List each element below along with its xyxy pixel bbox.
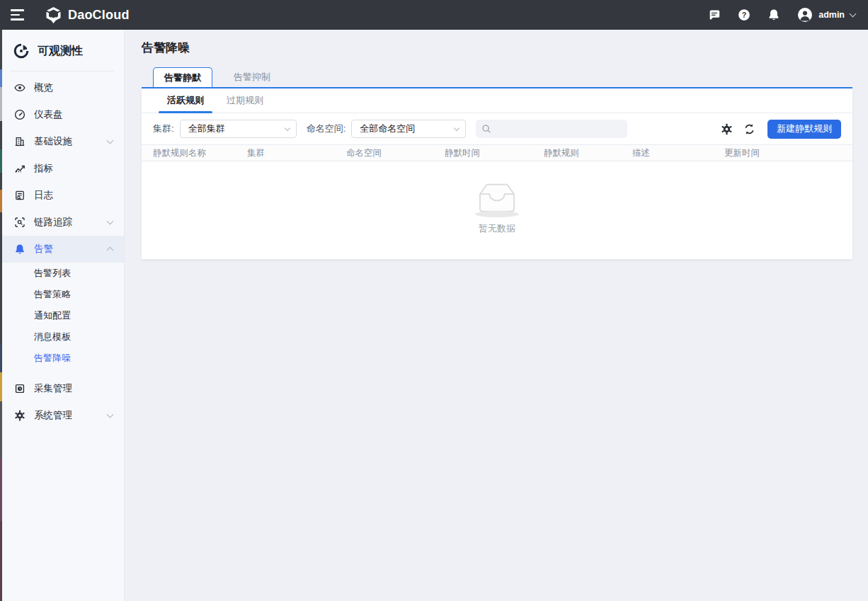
content-card: 活跃规则 过期规则 集群: 全部集群 命名空间: 全部命名空间 (142, 88, 852, 259)
chevron-down-icon (850, 11, 857, 18)
namespace-select[interactable]: 全部命名空间 (351, 120, 466, 138)
create-silence-rule-button[interactable]: 新建静默规则 (767, 120, 841, 139)
gear-icon (14, 410, 25, 421)
column-header: 集群 (247, 147, 346, 159)
window-edge-strip (0, 30, 2, 601)
search-icon (481, 124, 491, 134)
sidebar-item-label: 采集管理 (34, 382, 72, 395)
chevron-up-icon (107, 247, 114, 254)
chevron-down-icon (107, 137, 114, 144)
observability-icon (13, 43, 29, 59)
gauge-icon (14, 109, 25, 120)
hamburger-menu-icon[interactable] (11, 7, 29, 23)
sidebar-item-label: 系统管理 (34, 409, 72, 422)
sidebar-item-alerts[interactable]: 告警 (0, 236, 124, 263)
namespace-filter-label: 命名空间: (307, 122, 346, 135)
empty-inbox-icon (474, 180, 520, 215)
sidebar-item-infrastructure[interactable]: 基础设施 (0, 128, 124, 155)
sidebar-item-label: 基础设施 (34, 135, 72, 148)
sidebar-subitem-alert-noise-reduction[interactable]: 告警降噪 (0, 348, 124, 369)
empty-icon-shadow (475, 211, 519, 217)
main-content: 告警降噪 告警静默 告警抑制 活跃规则 过期规则 集群: 全部集群 命名空间: (125, 30, 868, 601)
sidebar-item-label: 指标 (34, 162, 53, 175)
subtab-expired-rules[interactable]: 过期规则 (215, 88, 275, 113)
column-header: 更新时间 (724, 147, 841, 159)
subtab-active-rules[interactable]: 活跃规则 (156, 88, 215, 113)
tab-alert-silence[interactable]: 告警静默 (153, 67, 212, 87)
avatar (797, 7, 813, 23)
brand-name: DaoCloud (68, 8, 130, 23)
column-header: 静默时间 (445, 147, 544, 159)
chevron-down-icon (284, 125, 290, 130)
trend-chart-icon (14, 163, 25, 174)
daocloud-logo-icon (45, 6, 62, 24)
refresh-icon[interactable] (743, 123, 755, 135)
help-icon[interactable]: ? (738, 8, 750, 21)
search-box[interactable] (476, 120, 627, 138)
subtab-bar: 活跃规则 过期规则 (142, 88, 852, 113)
divider (10, 71, 114, 71)
page-title: 告警降噪 (142, 30, 852, 56)
sidebar-item-overview[interactable]: 概览 (0, 74, 124, 101)
sidebar-item-system-management[interactable]: 系统管理 (0, 402, 124, 429)
sidebar-item-label: 概览 (34, 81, 53, 94)
brand-logo[interactable]: DaoCloud (45, 6, 130, 24)
chevron-down-icon (107, 411, 114, 418)
svg-text:?: ? (742, 11, 747, 19)
sidebar-item-collection-management[interactable]: 采集管理 (0, 375, 124, 402)
sidebar-item-tracing[interactable]: 链路追踪 (0, 209, 124, 236)
sidebar-subitem-alert-policy[interactable]: 告警策略 (0, 284, 124, 305)
sidebar-subitem-message-template[interactable]: 消息模板 (0, 326, 124, 348)
sidebar-item-label: 链路追踪 (34, 216, 72, 229)
empty-text: 暂无数据 (479, 222, 515, 235)
sidebar-subitem-notification-config[interactable]: 通知配置 (0, 305, 124, 326)
user-menu[interactable]: admin (797, 7, 855, 23)
sidebar-item-label: 仪表盘 (34, 108, 63, 121)
tab-bar: 告警静默 告警抑制 (142, 68, 852, 88)
log-document-icon (14, 190, 25, 201)
settings-gear-icon[interactable] (721, 123, 733, 135)
username: admin (818, 10, 845, 20)
tab-alert-inhibition[interactable]: 告警抑制 (212, 67, 292, 87)
product-title: 可观测性 (38, 44, 83, 59)
sidebar-item-logs[interactable]: 日志 (0, 182, 124, 209)
sidebar-subitem-alert-list[interactable]: 告警列表 (0, 263, 124, 284)
table-header-row: 静默规则名称 集群 命名空间 静默时间 静默规则 描述 更新时间 (142, 144, 852, 161)
eye-icon (14, 82, 25, 93)
sidebar-product-header[interactable]: 可观测性 (0, 35, 124, 67)
trace-scan-icon (14, 217, 25, 228)
message-icon[interactable] (708, 8, 721, 21)
topbar: DaoCloud ? admin (0, 0, 868, 30)
sidebar-item-metrics[interactable]: 指标 (0, 155, 124, 182)
column-header: 静默规则 (544, 147, 632, 159)
column-header: 命名空间 (346, 147, 445, 159)
cluster-filter-label: 集群: (153, 122, 174, 135)
sidebar: 可观测性 概览 仪表盘 基础设施 指标 日志 链 (0, 30, 125, 601)
search-input[interactable] (496, 124, 622, 134)
chevron-down-icon (454, 125, 459, 130)
empty-state: 暂无数据 (142, 161, 852, 259)
chevron-down-icon (107, 218, 114, 225)
bell-icon (14, 244, 25, 255)
building-icon (14, 136, 25, 147)
column-header: 静默规则名称 (153, 147, 247, 159)
notification-bell-icon[interactable] (767, 8, 780, 21)
collector-icon (14, 383, 25, 394)
column-header: 描述 (632, 147, 724, 159)
sidebar-item-label: 告警 (34, 243, 53, 256)
sidebar-item-label: 日志 (34, 189, 53, 202)
cluster-select[interactable]: 全部集群 (180, 120, 297, 138)
sidebar-item-dashboard[interactable]: 仪表盘 (0, 101, 124, 128)
filter-toolbar: 集群: 全部集群 命名空间: 全部命名空间 (142, 113, 852, 144)
